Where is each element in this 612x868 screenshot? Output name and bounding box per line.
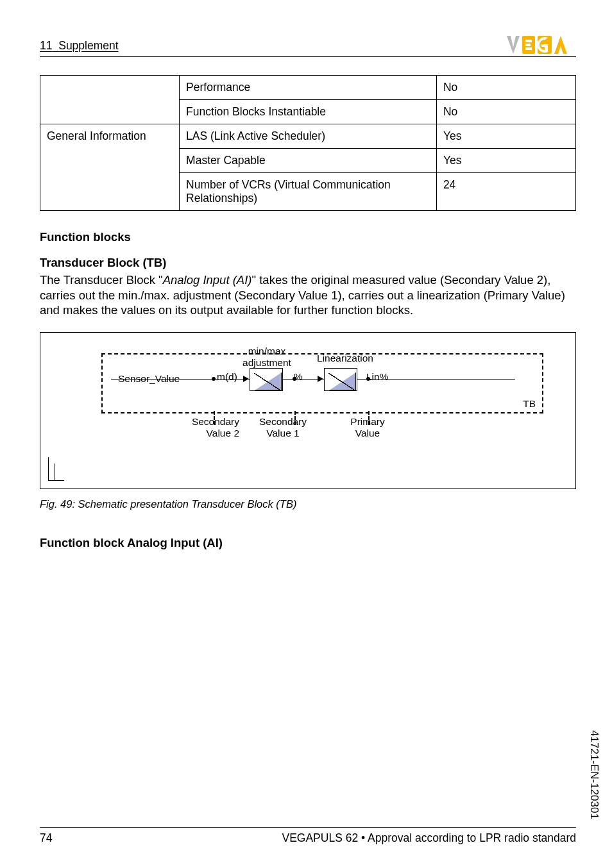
arrow-icon (318, 376, 323, 382)
label-tb: TB (523, 398, 536, 410)
cell-value: Yes (436, 149, 575, 173)
table-row: General Information LAS (Link Active Sch… (40, 124, 576, 149)
label-linearization: Linearization (310, 353, 380, 364)
tb-diagram: Sensor_Value m(d) min/max adjustment % L… (40, 332, 576, 489)
cell-value: Yes (436, 124, 575, 149)
cell-param: Performance (180, 76, 437, 100)
cell-value: No (436, 76, 575, 100)
specs-table: Performance No Function Blocks Instantia… (40, 75, 576, 211)
section-header: 11 Supplement (40, 39, 119, 53)
page-footer: 74 VEGAPULS 62 • Approval according to L… (40, 827, 576, 845)
arrow-icon (243, 376, 249, 382)
cell-param: Number of VCRs (Virtual Communication Re… (180, 173, 437, 211)
page-number: 74 (40, 831, 52, 845)
label-sv1: Secondary Value 1 (251, 416, 315, 439)
tb-para-pre: The Transducer Block " (40, 273, 163, 287)
tb-para-italic: Analog Input (AI) (163, 273, 252, 287)
figure-caption: Fig. 49: Schematic presentation Transduc… (40, 498, 576, 510)
svg-rect-3 (525, 44, 531, 46)
label-sensor-value: Sensor_Value (118, 373, 180, 385)
cell-value: No (436, 100, 575, 124)
page: 11 Supplement Performance No (0, 0, 612, 868)
heading-ai: Function block Analog Input (AI) (40, 536, 576, 550)
svg-rect-2 (525, 40, 532, 42)
footer-approval: Approval according to LPR radio standard (368, 831, 576, 844)
footer-product-line: VEGAPULS 62 • Approval according to LPR … (282, 831, 576, 845)
cell-category: General Information (40, 124, 180, 211)
linearization-box (324, 368, 357, 391)
footer-bullet: • (361, 831, 365, 844)
junction-dot (212, 377, 216, 381)
minmax-box (250, 368, 283, 391)
vega-logo (506, 35, 576, 55)
cell-param: LAS (Link Active Scheduler) (180, 124, 437, 149)
cell-param: Function Blocks Instantiable (180, 100, 437, 124)
label-md: m(d) (217, 371, 237, 383)
heading-tb: Transducer Block (TB) (40, 256, 576, 270)
table-row: Performance No (40, 76, 576, 100)
page-header: 11 Supplement (40, 35, 576, 57)
junction-dot (366, 377, 370, 381)
label-pv: Primary Value (339, 416, 396, 439)
bracket-icon (48, 456, 74, 481)
junction-dot (293, 377, 296, 381)
section-title-text: Supplement (58, 39, 118, 52)
cell-empty (40, 76, 180, 124)
svg-rect-4 (525, 47, 532, 50)
heading-function-blocks: Function blocks (40, 230, 576, 244)
cell-value: 24 (436, 173, 575, 211)
tb-paragraph: The Transducer Block "Analog Input (AI)"… (40, 272, 576, 318)
label-minmax: min/max adjustment (235, 346, 298, 369)
doc-id-side: 41721-EN-120301 (588, 730, 600, 819)
cell-param: Master Capable (180, 149, 437, 173)
footer-product: VEGAPULS 62 (282, 831, 358, 844)
label-sv2: Secondary Value 2 (182, 416, 239, 439)
section-number: 11 (40, 39, 52, 52)
